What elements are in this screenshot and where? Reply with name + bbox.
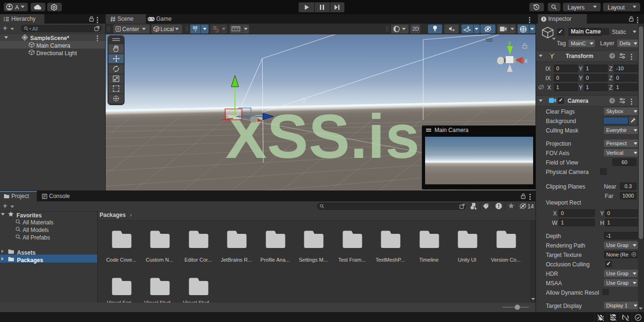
- svg-text:?: ?: [611, 54, 614, 58]
- svg-text:?: ?: [611, 99, 614, 103]
- svg-text:y: y: [508, 40, 511, 46]
- svg-text:x: x: [525, 58, 527, 64]
- svg-text:Y: Y: [194, 29, 197, 32]
